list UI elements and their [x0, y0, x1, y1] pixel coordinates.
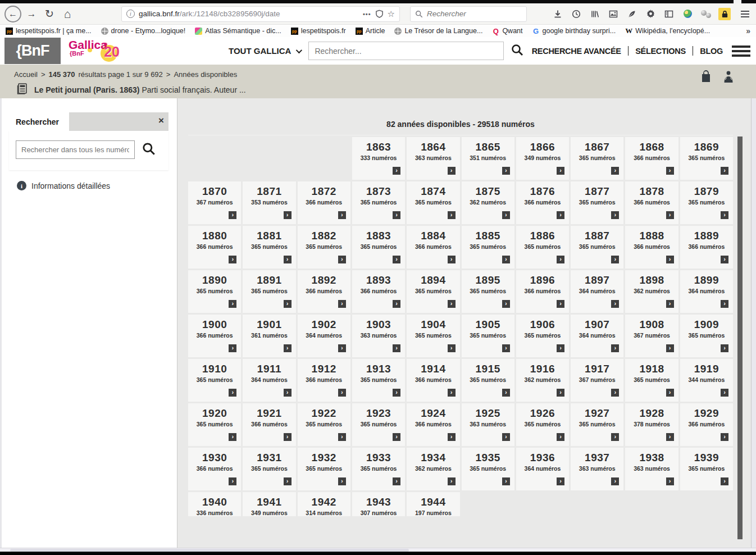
year-open-arrow-icon[interactable]: › [229, 211, 236, 219]
pocket-shield-icon[interactable] [375, 10, 384, 18]
year-card-1911[interactable]: 1911364 numéros› [243, 359, 295, 402]
site-info-icon[interactable]: i [126, 10, 135, 18]
year-open-arrow-icon[interactable]: › [666, 344, 674, 352]
year-open-arrow-icon[interactable]: › [284, 389, 292, 397]
year-open-arrow-icon[interactable]: › [502, 433, 510, 441]
year-card-1887[interactable]: 1887365 numéros› [571, 226, 623, 269]
year-open-arrow-icon[interactable]: › [502, 389, 510, 397]
year-card-1904[interactable]: 1904365 numéros› [407, 315, 459, 357]
year-open-arrow-icon[interactable]: › [611, 477, 619, 485]
year-card-1905[interactable]: 1905365 numéros› [462, 315, 514, 357]
year-card-1875[interactable]: 1875362 numéros› [462, 181, 514, 224]
year-open-arrow-icon[interactable]: › [666, 300, 674, 308]
year-card-1884[interactable]: 1884366 numéros› [407, 226, 459, 269]
year-card-1921[interactable]: 1921366 numéros› [243, 403, 295, 446]
year-open-arrow-icon[interactable]: › [229, 256, 236, 263]
year-open-arrow-icon[interactable]: › [666, 211, 674, 219]
year-open-arrow-icon[interactable]: › [393, 167, 400, 175]
year-open-arrow-icon[interactable]: › [393, 211, 400, 219]
year-card-1885[interactable]: 1885365 numéros› [462, 226, 514, 269]
bookmark-item[interactable]: Atlas Sémantique - dic... [195, 27, 281, 35]
bookmark-item[interactable]: pplespetitspois.fr | ça me... [6, 27, 92, 35]
year-open-arrow-icon[interactable]: › [284, 300, 292, 308]
gallica-menu-button[interactable] [732, 46, 750, 57]
year-open-arrow-icon[interactable]: › [557, 211, 564, 219]
year-open-arrow-icon[interactable]: › [666, 167, 674, 175]
year-card-1896[interactable]: 1896366 numéros› [516, 270, 569, 313]
year-card-1901[interactable]: 1901361 numéros› [243, 315, 295, 357]
globe-extension-icon[interactable] [681, 8, 694, 20]
year-card-1944[interactable]: 1944197 numéros [407, 492, 459, 516]
year-card-1863[interactable]: 1863333 numéros› [352, 137, 405, 180]
year-open-arrow-icon[interactable]: › [557, 344, 564, 352]
scope-dropdown[interactable]: TOUT GALLICA [229, 46, 300, 56]
year-card-1892[interactable]: 1892366 numéros› [298, 270, 350, 313]
year-open-arrow-icon[interactable]: › [229, 477, 236, 485]
year-card-1871[interactable]: 1871353 numéros› [243, 181, 295, 224]
year-open-arrow-icon[interactable]: › [393, 344, 400, 352]
year-card-1883[interactable]: 1883365 numéros› [352, 226, 405, 269]
year-card-1932[interactable]: 1932365 numéros› [298, 448, 350, 490]
link-blog[interactable]: BLOG [700, 47, 723, 56]
year-open-arrow-icon[interactable]: › [284, 477, 292, 485]
window-scrollbar-track[interactable] [751, 98, 756, 548]
year-card-1915[interactable]: 1915365 numéros› [462, 359, 514, 402]
year-open-arrow-icon[interactable]: › [284, 433, 292, 441]
year-open-arrow-icon[interactable]: › [393, 389, 400, 397]
year-card-1936[interactable]: 1936364 numéros› [516, 448, 569, 490]
year-card-1922[interactable]: 1922365 numéros› [298, 403, 350, 446]
year-card-1867[interactable]: 1867365 numéros› [571, 137, 623, 180]
year-open-arrow-icon[interactable]: › [611, 167, 619, 175]
year-open-arrow-icon[interactable]: › [721, 344, 728, 352]
year-open-arrow-icon[interactable]: › [338, 389, 346, 397]
year-open-arrow-icon[interactable]: › [338, 433, 346, 441]
year-card-1938[interactable]: 1938363 numéros› [625, 448, 678, 490]
year-card-1914[interactable]: 1914366 numéros› [407, 359, 459, 402]
browser-menu-button[interactable] [741, 11, 749, 17]
year-card-1906[interactable]: 1906365 numéros› [516, 315, 569, 357]
year-open-arrow-icon[interactable]: › [338, 211, 346, 219]
bookmark-item[interactable]: pplespetitspois.fr [291, 27, 346, 35]
year-card-1889[interactable]: 1889366 numéros› [680, 226, 733, 269]
year-open-arrow-icon[interactable]: › [229, 344, 236, 352]
year-card-1895[interactable]: 1895365 numéros› [462, 270, 514, 313]
bookmark-item[interactable]: ppArticle [356, 27, 385, 35]
year-card-1877[interactable]: 1877365 numéros› [571, 181, 623, 224]
browser-search-input[interactable] [427, 10, 500, 18]
year-open-arrow-icon[interactable]: › [721, 300, 728, 308]
year-card-1937[interactable]: 1937363 numéros› [571, 448, 623, 490]
year-card-1902[interactable]: 1902364 numéros› [298, 315, 350, 357]
year-open-arrow-icon[interactable]: › [611, 433, 619, 441]
year-card-1925[interactable]: 1925363 numéros› [462, 403, 514, 446]
year-open-arrow-icon[interactable]: › [557, 433, 564, 441]
year-card-1927[interactable]: 1927365 numéros› [571, 403, 623, 446]
browser-search-box[interactable] [410, 6, 527, 22]
year-open-arrow-icon[interactable]: › [721, 389, 728, 397]
year-open-arrow-icon[interactable]: › [721, 433, 728, 441]
year-open-arrow-icon[interactable]: › [666, 433, 674, 441]
gallica-search-input[interactable] [315, 47, 497, 56]
year-card-1935[interactable]: 1935365 numéros› [462, 448, 514, 490]
year-open-arrow-icon[interactable]: › [393, 477, 400, 485]
year-card-1916[interactable]: 1916362 numéros› [516, 359, 569, 402]
year-open-arrow-icon[interactable]: › [338, 256, 346, 263]
year-card-1866[interactable]: 1866349 numéros› [516, 137, 569, 180]
year-open-arrow-icon[interactable]: › [502, 256, 510, 263]
bookmark-item[interactable]: QQwant [492, 27, 522, 35]
sidebar-panel-icon[interactable] [663, 8, 675, 20]
year-card-1886[interactable]: 1886365 numéros› [516, 226, 569, 269]
year-card-1941[interactable]: 1941349 numéros [243, 492, 295, 516]
year-open-arrow-icon[interactable]: › [448, 256, 456, 263]
content-scrollbar[interactable] [737, 137, 743, 539]
link-recherche-avancee[interactable]: RECHERCHE AVANCÉE [532, 47, 621, 56]
year-open-arrow-icon[interactable]: › [448, 344, 456, 352]
url-text[interactable]: gallica.bnf.fr/ark:/12148/cb32895690j/da… [139, 10, 359, 18]
year-card-1931[interactable]: 1931365 numéros› [243, 448, 295, 490]
year-card-1873[interactable]: 1873365 numéros› [352, 181, 405, 224]
horizontal-scrollbar-thumb[interactable] [10, 549, 409, 552]
year-card-1888[interactable]: 1888366 numéros› [625, 226, 678, 269]
tab-rechercher[interactable]: Rechercher [9, 112, 69, 131]
year-open-arrow-icon[interactable]: › [502, 300, 510, 308]
year-open-arrow-icon[interactable]: › [448, 300, 456, 308]
year-card-1893[interactable]: 1893366 numéros› [352, 270, 405, 313]
